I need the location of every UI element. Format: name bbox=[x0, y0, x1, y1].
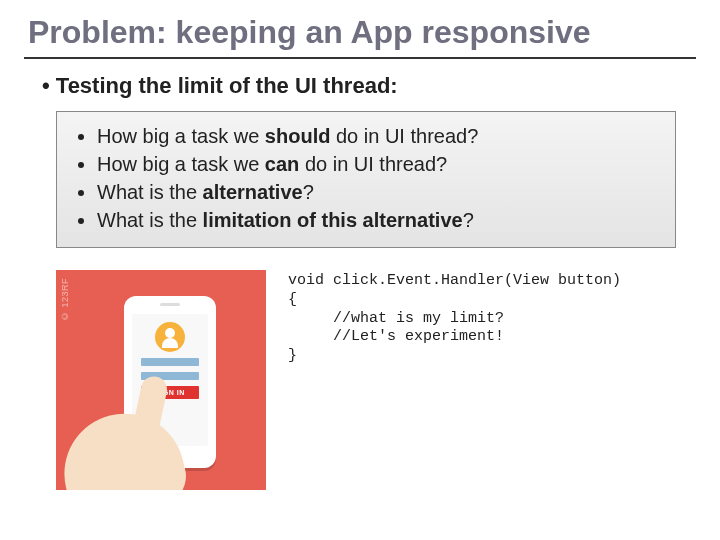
emphasis: alternative bbox=[203, 181, 303, 203]
emphasis: should bbox=[265, 125, 331, 147]
text: do in UI thread? bbox=[299, 153, 447, 175]
text: ? bbox=[463, 209, 474, 231]
text: How big a task we bbox=[97, 153, 265, 175]
input-field-icon bbox=[141, 358, 199, 366]
text: What is the bbox=[97, 181, 203, 203]
list-item: What is the limitation of this alternati… bbox=[97, 207, 659, 234]
phone-speaker-icon bbox=[160, 303, 180, 306]
list-item: How big a task we should do in UI thread… bbox=[97, 123, 659, 150]
text: do in UI thread? bbox=[330, 125, 478, 147]
lead-bullet: Testing the limit of the UI thread: bbox=[0, 73, 720, 111]
list-item: What is the alternative? bbox=[97, 179, 659, 206]
question-box: How big a task we should do in UI thread… bbox=[56, 111, 676, 248]
phone-signin-illustration: © 123RF SIGN IN bbox=[56, 270, 266, 490]
title-divider bbox=[24, 57, 696, 59]
list-item: How big a task we can do in UI thread? bbox=[97, 151, 659, 178]
slide-title: Problem: keeping an App responsive bbox=[0, 0, 720, 57]
text: What is the bbox=[97, 209, 203, 231]
text: ? bbox=[303, 181, 314, 203]
code-snippet: void click.Event.Handler(View button) { … bbox=[288, 270, 621, 366]
text: How big a task we bbox=[97, 125, 265, 147]
question-list: How big a task we should do in UI thread… bbox=[79, 123, 659, 234]
emphasis: limitation of this alternative bbox=[203, 209, 463, 231]
watermark: © 123RF bbox=[60, 278, 70, 321]
emphasis: can bbox=[265, 153, 299, 175]
hand-icon bbox=[56, 394, 200, 490]
user-avatar-icon bbox=[155, 322, 185, 352]
